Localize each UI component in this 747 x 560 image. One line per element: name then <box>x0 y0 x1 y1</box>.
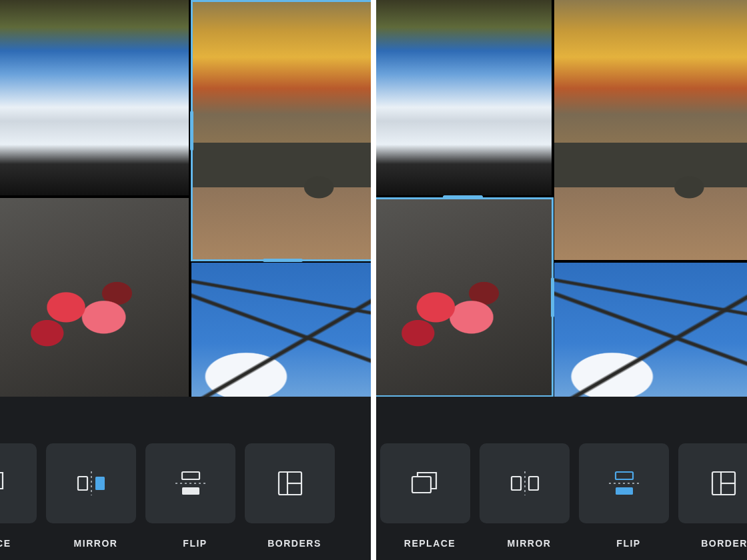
borders-icon <box>277 470 303 497</box>
borders-label: BORDERS <box>245 538 344 549</box>
resize-handle-left[interactable] <box>190 111 193 151</box>
comparison-split: LACE MIRROR FLIP BORDERS <box>0 0 747 560</box>
collage-canvas[interactable] <box>374 0 747 397</box>
panel-divider <box>371 0 376 560</box>
toolbar: REPLACE MIRROR FLIP BORDERS <box>374 397 747 560</box>
collage-cell-branches[interactable] <box>191 263 374 397</box>
borders-button[interactable] <box>678 443 747 523</box>
collage-cell-sky[interactable] <box>0 0 189 195</box>
editor-panel-left: LACE MIRROR FLIP BORDERS <box>0 0 374 560</box>
collage-cell-bench[interactable] <box>554 0 747 260</box>
mirror-label: MIRROR <box>46 538 145 549</box>
svg-rect-12 <box>512 477 521 490</box>
toolbar-labels: REPLACE MIRROR FLIP BORDERS <box>380 533 747 553</box>
svg-rect-3 <box>95 477 105 490</box>
editor-panel-right: REPLACE MIRROR FLIP BORDERS <box>374 0 747 560</box>
svg-rect-6 <box>182 487 199 495</box>
mirror-button[interactable] <box>46 443 136 523</box>
mirror-icon <box>74 471 109 495</box>
replace-label: LACE <box>0 538 46 549</box>
svg-rect-5 <box>182 472 199 479</box>
mirror-label: MIRROR <box>480 538 579 549</box>
toolbar-row <box>380 443 747 523</box>
svg-rect-2 <box>78 477 87 490</box>
collage-canvas[interactable] <box>0 0 374 397</box>
svg-rect-16 <box>616 487 633 495</box>
collage-cell-leaves[interactable] <box>0 198 189 397</box>
toolbar-row <box>0 443 374 523</box>
resize-handle-bottom[interactable] <box>263 259 303 262</box>
replace-button[interactable] <box>0 443 37 523</box>
collage-cell-branches[interactable] <box>554 263 747 397</box>
replace-button[interactable] <box>380 443 470 523</box>
flip-label: FLIP <box>145 538 245 549</box>
flip-icon <box>609 470 640 497</box>
collage-cell-bench[interactable] <box>191 0 374 260</box>
flip-label: FLIP <box>579 538 678 549</box>
resize-handle-right[interactable] <box>551 277 554 317</box>
collage-cell-leaves[interactable] <box>374 198 552 397</box>
borders-label: BORDERS <box>678 538 747 549</box>
svg-rect-15 <box>616 472 633 479</box>
replace-icon <box>410 470 442 497</box>
flip-icon <box>175 470 206 497</box>
replace-label: REPLACE <box>380 538 480 549</box>
mirror-button[interactable] <box>480 443 570 523</box>
collage-cell-sky[interactable] <box>374 0 552 195</box>
toolbar: LACE MIRROR FLIP BORDERS <box>0 397 374 560</box>
flip-button[interactable] <box>145 443 235 523</box>
mirror-icon <box>508 471 542 495</box>
replace-icon <box>0 470 8 497</box>
svg-rect-13 <box>529 477 538 490</box>
borders-icon <box>710 470 737 497</box>
borders-button[interactable] <box>245 443 335 523</box>
svg-rect-10 <box>412 477 431 493</box>
resize-handle-top[interactable] <box>443 195 483 199</box>
toolbar-labels: LACE MIRROR FLIP BORDERS <box>0 533 374 553</box>
flip-button[interactable] <box>579 443 669 523</box>
